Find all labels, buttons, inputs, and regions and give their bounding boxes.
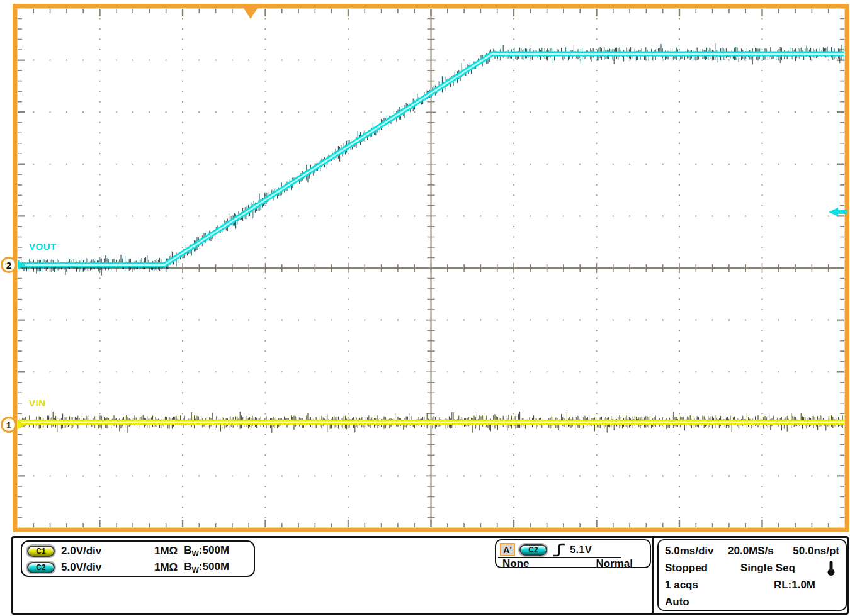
trigger-position-marker[interactable] (244, 8, 258, 19)
channel-1-badge[interactable]: C1 (27, 546, 55, 557)
oscilloscope-screen: VOUT VIN 2 1 C1 2.0V/div 1MΩ BW:500M C2 … (0, 0, 850, 616)
channel-1-impedance: 1MΩ (154, 545, 178, 557)
channel-1-position-marker[interactable]: 1 (1, 417, 17, 433)
sample-rate-value: 20.0MS/s (728, 545, 774, 557)
trigger-source-row: A' C2 5.1V (496, 540, 650, 557)
acquisition-count-row: 1 acqs RL:1.0M (665, 576, 839, 593)
trigger-holdoff: None (502, 557, 530, 570)
acquisition-count: 1 acqs (665, 579, 774, 591)
timebase-row: 5.0ms/div 20.0MS/s 50.0ns/pt (665, 542, 839, 559)
trigger-source-badge[interactable]: C2 (519, 544, 547, 556)
channel-2-position-marker[interactable]: 2 (1, 257, 17, 273)
readout-bar: C1 2.0V/div 1MΩ BW:500M C2 5.0V/div 1MΩ … (11, 536, 849, 615)
sample-interval-value: 50.0ns/pt (793, 545, 839, 557)
trigger-level-value: 5.1V (570, 544, 592, 556)
acquisition-state-row: Stopped Single Seq (665, 559, 839, 576)
acquisition-panel[interactable]: 5.0ms/div 20.0MS/s 50.0ns/pt Stopped Sin… (657, 539, 847, 611)
waveform-display (13, 4, 849, 532)
trigger-settings-panel[interactable]: A' C2 5.1V None Normal (495, 539, 651, 568)
channel-2-bandwidth: BW:500M (184, 561, 229, 574)
channel-2-impedance: 1MΩ (154, 561, 178, 574)
trigger-level-marker[interactable] (829, 207, 847, 217)
trigger-mode-row: None Normal (496, 557, 650, 569)
channel-settings-panel[interactable]: C1 2.0V/div 1MΩ BW:500M C2 5.0V/div 1MΩ … (21, 540, 255, 577)
trigger-mode-auto-row: Auto (665, 593, 839, 610)
auto-trigger-mode: Auto (665, 596, 839, 608)
graticule-and-traces (17, 8, 845, 528)
vin-label: VIN (29, 398, 46, 408)
channel-2-badge[interactable]: C2 (27, 562, 55, 573)
readout-divider (652, 538, 654, 613)
left-arrow-icon (829, 207, 847, 217)
trigger-a-badge[interactable]: A' (500, 543, 515, 556)
vout-label: VOUT (29, 241, 57, 252)
trigger-mode: Normal (596, 557, 633, 570)
timebase-value: 5.0ms/div (665, 545, 723, 557)
rising-edge-icon (552, 542, 566, 557)
thermometer-icon (825, 560, 837, 576)
acquisition-state: Stopped (665, 562, 737, 574)
run-mode: Single Seq (740, 562, 795, 574)
channel-1-bandwidth: BW:500M (184, 544, 229, 558)
channel-2-scale: 5.0V/div (61, 561, 154, 574)
channel-1-scale: 2.0V/div (61, 545, 154, 557)
channel-1-readout: C1 2.0V/div 1MΩ BW:500M (27, 543, 249, 559)
record-length: RL:1.0M (774, 579, 815, 591)
trigger-readout-divider (498, 557, 621, 558)
channel-2-readout: C2 5.0V/div 1MΩ BW:500M (27, 559, 249, 576)
